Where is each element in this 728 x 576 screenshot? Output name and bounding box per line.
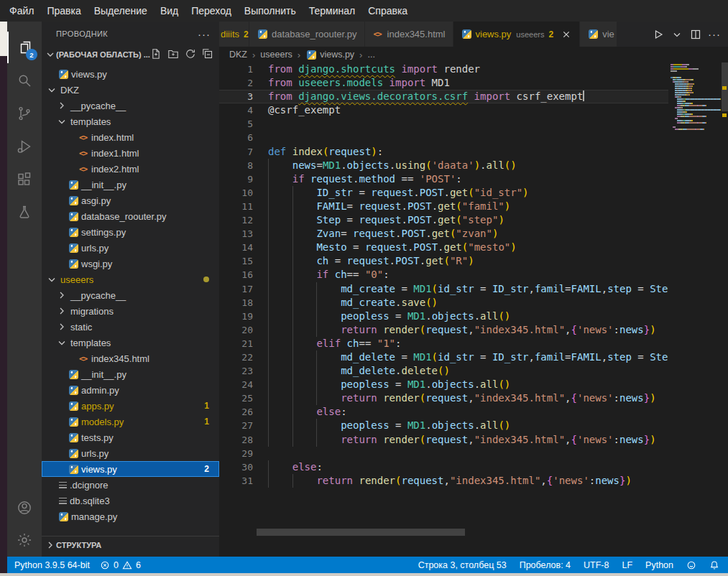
code-line-24[interactable]: peopless = MD1.objects.all(): [219, 378, 668, 391]
tree-item-index.html[interactable]: <>index.html: [42, 129, 219, 145]
breadcrumb-item-...[interactable]: ...: [367, 50, 374, 60]
notifications-bell-icon[interactable]: [709, 560, 719, 570]
tree-item-views.py[interactable]: views.py: [42, 66, 219, 82]
code-line-12[interactable]: Step = request.POST.get("step"): [219, 213, 668, 227]
code-line-26[interactable]: else:: [219, 405, 668, 419]
activity-run-debug[interactable]: [7, 131, 42, 162]
menu-item-6[interactable]: Выполнить: [238, 0, 303, 22]
activity-extensions[interactable]: [7, 164, 42, 195]
tree-item-db.sqlite3[interactable]: db.sqlite3: [42, 493, 219, 508]
tree-folder-templates[interactable]: templates: [42, 335, 219, 350]
tab-vie[interactable]: vie: [580, 22, 617, 47]
code-line-15[interactable]: ch = request.POST.get("R"): [219, 254, 668, 268]
code-line-13[interactable]: Zvan= request.POST.get("zvan"): [219, 227, 668, 241]
code-line-6[interactable]: [219, 131, 668, 144]
more-actions-button[interactable]: ···: [706, 27, 722, 42]
code-line-22[interactable]: md_delete = MD1(id_str = ID_str,famil=FA…: [219, 350, 668, 364]
code-line-20[interactable]: return render(request,"index345.html",{'…: [219, 323, 668, 337]
activity-testing[interactable]: [7, 197, 42, 228]
menu-item-4[interactable]: Вид: [154, 0, 185, 22]
tree-item-index1.html[interactable]: <>index1.html: [42, 145, 219, 161]
tab-diiits[interactable]: diiits2: [219, 22, 249, 47]
code-line-19[interactable]: peopless = MD1.objects.all(): [219, 310, 668, 323]
tree-folder-__pycache__[interactable]: __pycache__: [42, 98, 219, 113]
code-line-8[interactable]: news=MD1.objects.using('daata').all(): [219, 159, 668, 172]
activity-accounts[interactable]: [7, 492, 42, 524]
activity-source-control[interactable]: [7, 98, 42, 129]
code-line-31[interactable]: return render(request,"index345.html",{'…: [219, 474, 668, 488]
code-line-29[interactable]: [219, 447, 668, 460]
tree-item-urls.py[interactable]: urls.py: [42, 240, 219, 256]
feedback-icon[interactable]: [686, 560, 696, 570]
activity-search[interactable]: [7, 65, 42, 96]
activity-settings[interactable]: [7, 524, 42, 556]
tab-database_roouter.py[interactable]: database_roouter.py: [249, 22, 365, 47]
code-line-5[interactable]: [219, 117, 668, 131]
menu-item-2[interactable]: Правка: [40, 0, 87, 22]
collapse-all-icon[interactable]: [202, 48, 213, 61]
code-line-3[interactable]: from django.views.decorators.csrf import…: [219, 90, 668, 103]
menu-item-3[interactable]: Выделение: [88, 0, 154, 22]
tree-folder-DKZ[interactable]: DKZ: [42, 82, 219, 98]
run-dropdown[interactable]: [669, 27, 685, 42]
tree-folder-useeers[interactable]: useeers: [42, 271, 219, 287]
split-editor-button[interactable]: [688, 27, 704, 42]
code-line-23[interactable]: md_delete.delete(): [219, 364, 668, 378]
code-line-17[interactable]: md_create = MD1(id_str = ID_str,famil=FA…: [219, 282, 668, 296]
breadcrumb-item-views.py[interactable]: views.py: [320, 50, 354, 60]
tree-item-database_roouter.py[interactable]: database_roouter.py: [42, 208, 219, 224]
tree-item-manage.py[interactable]: manage.py: [42, 508, 219, 524]
problems-status[interactable]: 0 6: [100, 560, 141, 570]
code-line-7[interactable]: def index(request):: [219, 145, 668, 159]
close-icon[interactable]: [561, 29, 572, 40]
tree-folder-__pycache__[interactable]: __pycache__: [42, 287, 219, 303]
horizontal-scrollbar[interactable]: [257, 529, 465, 536]
breadcrumb-item-DKZ[interactable]: DKZ: [229, 50, 247, 60]
indentation-status[interactable]: Пробелов: 4: [520, 560, 571, 570]
workspace-section-header[interactable]: (РАБОЧАЯ ОБЛАСТЬ) ...: [42, 46, 219, 63]
language-mode-status[interactable]: Python: [645, 560, 673, 570]
refresh-icon[interactable]: [185, 48, 196, 61]
tree-item-apps.py[interactable]: apps.py1: [42, 398, 219, 414]
code-line-11[interactable]: FAMIL= request.POST.get("famil"): [219, 200, 668, 213]
code-line-25[interactable]: return render(request,"index345.html",{'…: [219, 391, 668, 405]
code-editor[interactable]: from django.shortcuts import renderfrom …: [219, 62, 668, 548]
tree-item-tests.py[interactable]: tests.py: [42, 429, 219, 445]
cursor-position-status[interactable]: Строка 3, столбец 53: [418, 560, 507, 570]
tab-index345.html[interactable]: <>index345.html: [365, 22, 453, 47]
code-line-10[interactable]: ID_str = request.POST.get("id_str"): [219, 186, 668, 200]
tree-folder-migrations[interactable]: migrations: [42, 303, 219, 319]
code-line-21[interactable]: elif ch== "1":: [219, 337, 668, 350]
encoding-status[interactable]: UTF-8: [584, 560, 609, 570]
menu-item-1[interactable]: Файл: [3, 0, 40, 22]
tree-item-settings.py[interactable]: settings.py: [42, 224, 219, 240]
code-line-1[interactable]: from django.shortcuts import render: [219, 62, 668, 76]
tab-views.py[interactable]: views.pyuseeers2: [453, 22, 581, 47]
tree-item-.dcignore[interactable]: .dcignore: [42, 477, 219, 493]
code-line-16[interactable]: if ch== "0":: [219, 268, 668, 282]
menu-item-8[interactable]: Справка: [361, 0, 414, 22]
explorer-more-icon[interactable]: ···: [198, 28, 211, 40]
new-folder-icon[interactable]: [167, 48, 179, 61]
tree-item-__init__.py[interactable]: __init__.py: [42, 366, 219, 382]
run-button[interactable]: [650, 27, 666, 42]
breadcrumb-item-useeers[interactable]: useeers: [260, 50, 292, 60]
tree-folder-templates[interactable]: templates: [42, 113, 219, 129]
tree-item-views.py[interactable]: views.py2: [42, 461, 219, 477]
tree-item-index345.html[interactable]: <>index345.html: [42, 350, 219, 366]
code-line-2[interactable]: from useeers.models import MD1: [219, 76, 668, 90]
tree-item-__init__.py[interactable]: __init__.py: [42, 177, 219, 192]
code-line-27[interactable]: peopless = MD1.objects.all(): [219, 419, 668, 432]
menu-item-5[interactable]: Переход: [185, 0, 238, 22]
minimap[interactable]: [668, 62, 721, 548]
code-line-9[interactable]: if request.method == 'POST':: [219, 172, 668, 186]
code-line-30[interactable]: else:: [219, 460, 668, 474]
tree-item-models.py[interactable]: models.py1: [42, 414, 219, 429]
outline-section-header[interactable]: СТРУКТУРА: [42, 536, 219, 553]
code-line-28[interactable]: return render(request,"index345.html",{'…: [219, 433, 668, 447]
tree-item-asgi.py[interactable]: asgi.py: [42, 192, 219, 208]
vertical-scrollbar[interactable]: [721, 62, 728, 548]
tree-item-wsgi.py[interactable]: wsgi.py: [42, 256, 219, 271]
tree-item-admin.py[interactable]: admin.py: [42, 382, 219, 398]
code-line-18[interactable]: md_create.save(): [219, 296, 668, 310]
